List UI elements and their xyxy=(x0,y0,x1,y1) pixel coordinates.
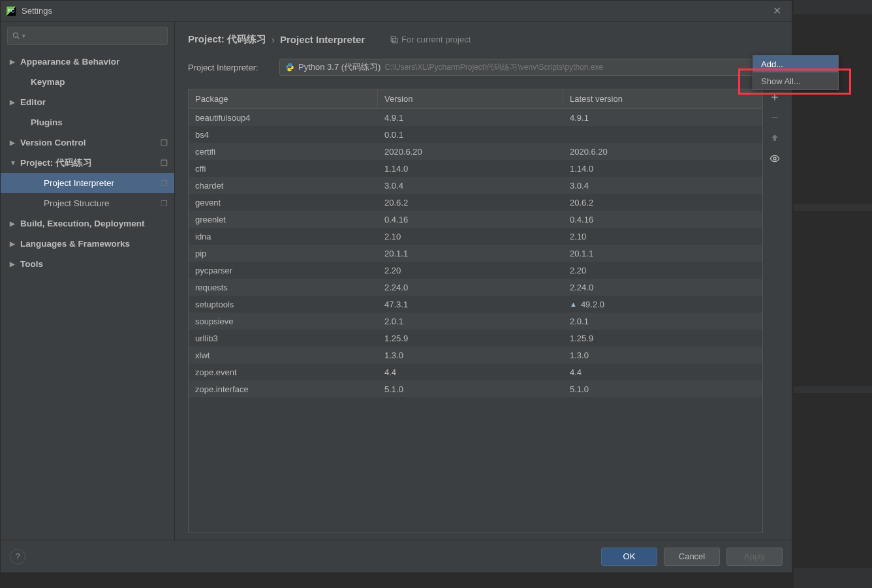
sidebar-item[interactable]: ▶Tools xyxy=(1,254,174,274)
cell-latest: 1.25.9 xyxy=(563,333,762,343)
cell-version: 1.14.0 xyxy=(378,164,563,174)
table-row[interactable]: urllib31.25.91.25.9 xyxy=(189,330,762,347)
search-input[interactable]: ▾ xyxy=(7,27,168,45)
cell-package: zope.interface xyxy=(189,384,378,394)
interpreter-label: Project Interpreter: xyxy=(188,63,273,72)
upgrade-package-button[interactable] xyxy=(770,133,779,144)
cell-package: idna xyxy=(189,232,378,241)
show-early-releases-button[interactable] xyxy=(770,153,780,166)
cancel-button[interactable]: Cancel xyxy=(664,548,720,566)
table-row[interactable]: zope.interface5.1.05.1.0 xyxy=(189,380,762,397)
cell-package: beautifulsoup4 xyxy=(189,113,378,123)
table-row[interactable]: pycparser2.202.20 xyxy=(189,262,762,279)
table-row[interactable]: setuptools47.3.1▲49.2.0 xyxy=(189,296,762,313)
cell-package: soupsieve xyxy=(189,317,378,326)
header-package[interactable]: Package xyxy=(189,89,378,108)
table-row[interactable]: beautifulsoup44.9.14.9.1 xyxy=(189,109,762,126)
table-row[interactable]: certifi2020.6.202020.6.20 xyxy=(189,143,762,160)
cell-package: requests xyxy=(189,283,378,292)
settings-tree: ▶Appearance & BehaviorKeymap▶EditorPlugi… xyxy=(1,52,174,540)
sidebar-item[interactable]: ▼Project: 代码练习❐ xyxy=(1,153,174,173)
table-header: Package Version Latest version xyxy=(189,89,762,109)
interpreter-path: C:\Users\XL\PycharmProject\代码练习\venv\Scr… xyxy=(384,62,603,73)
python-icon xyxy=(285,63,294,72)
cell-latest: 2.24.0 xyxy=(563,283,762,292)
cell-package: chardet xyxy=(189,181,378,191)
close-icon[interactable]: ✕ xyxy=(767,5,786,17)
sidebar-item[interactable]: ▶Build, Execution, Deployment xyxy=(1,213,174,234)
chevron-right-icon: › xyxy=(272,34,275,45)
cell-version: 4.4 xyxy=(378,367,563,377)
sidebar-item-label: Appearance & Behavior xyxy=(20,57,119,67)
sidebar-item-label: Project: 代码练习 xyxy=(20,157,92,169)
sidebar-item-label: Keymap xyxy=(31,77,65,87)
apply-button[interactable]: Apply xyxy=(726,548,783,566)
cell-package: pycparser xyxy=(189,266,378,275)
sidebar-item[interactable]: Plugins xyxy=(1,112,174,132)
sidebar: ▾ ▶Appearance & BehaviorKeymap▶EditorPlu… xyxy=(1,22,175,540)
add-package-button[interactable] xyxy=(770,93,779,104)
table-row[interactable]: pip20.1.120.1.1 xyxy=(189,245,762,262)
sidebar-item[interactable]: ▶Appearance & Behavior xyxy=(1,52,174,72)
packages-table: Package Version Latest version beautiful… xyxy=(188,89,763,533)
copy-icon: ❐ xyxy=(161,138,168,147)
popup-show-all[interactable]: Show All... xyxy=(753,72,838,89)
header-version[interactable]: Version xyxy=(378,89,563,108)
svg-line-1 xyxy=(18,37,20,39)
sidebar-item-label: Project Interpreter xyxy=(44,178,114,188)
main-panel: Project: 代码练习 › Project Interpreter For … xyxy=(175,22,792,540)
svg-point-5 xyxy=(291,70,292,70)
svg-point-4 xyxy=(288,64,288,65)
remove-package-button[interactable] xyxy=(770,113,779,124)
cell-package: zope.event xyxy=(189,367,378,377)
svg-rect-2 xyxy=(393,38,397,42)
table-row[interactable]: bs40.0.1 xyxy=(189,126,762,143)
cell-latest: 2.0.1 xyxy=(563,317,762,326)
table-row[interactable]: xlwt1.3.01.3.0 xyxy=(189,347,762,364)
tree-arrow-icon: ▶ xyxy=(10,260,18,268)
sidebar-item-label: Version Control xyxy=(20,138,86,147)
table-row[interactable]: idna2.102.10 xyxy=(189,228,762,245)
header-latest[interactable]: Latest version xyxy=(563,89,762,108)
table-row[interactable]: greenlet0.4.160.4.16 xyxy=(189,211,762,228)
package-toolbar xyxy=(766,89,784,533)
interpreter-row: Project Interpreter: Python 3.7 (代码练习) C… xyxy=(188,59,784,76)
upgrade-arrow-icon: ▲ xyxy=(570,300,577,308)
ok-button[interactable]: OK xyxy=(601,548,657,566)
cell-latest: 0.4.16 xyxy=(563,215,762,224)
cell-version: 2.10 xyxy=(378,232,563,241)
sidebar-item-label: Plugins xyxy=(31,117,63,127)
cell-latest: 1.14.0 xyxy=(563,164,762,174)
cell-version: 1.3.0 xyxy=(378,350,563,360)
interpreter-combobox[interactable]: Python 3.7 (代码练习) C:\Users\XL\PycharmPro… xyxy=(279,59,766,76)
cell-latest: 20.6.2 xyxy=(563,198,762,208)
interpreter-name: Python 3.7 (代码练习) xyxy=(298,61,381,73)
cell-latest: 4.9.1 xyxy=(563,113,762,123)
table-body: beautifulsoup44.9.14.9.1bs40.0.1certifi2… xyxy=(189,109,762,533)
sidebar-item[interactable]: Keymap xyxy=(1,72,174,92)
cell-version: 4.9.1 xyxy=(378,113,563,123)
sidebar-item[interactable]: ▶Editor xyxy=(1,92,174,112)
table-row[interactable]: requests2.24.02.24.0 xyxy=(189,279,762,296)
cell-version: 20.1.1 xyxy=(378,249,563,258)
help-button[interactable]: ? xyxy=(10,549,25,565)
cell-latest: 3.0.4 xyxy=(563,181,762,191)
sidebar-item[interactable]: Project Structure❐ xyxy=(1,193,174,213)
cell-package: certifi xyxy=(189,147,378,157)
cell-version: 5.1.0 xyxy=(378,384,563,394)
dialog-footer: ? OK Cancel Apply xyxy=(1,540,792,572)
tree-arrow-icon: ▶ xyxy=(10,58,18,65)
table-row[interactable]: soupsieve2.0.12.0.1 xyxy=(189,313,762,330)
sidebar-item[interactable]: ▶Version Control❐ xyxy=(1,132,174,153)
cell-version: 2.0.1 xyxy=(378,317,563,326)
tree-arrow-icon: ▶ xyxy=(10,99,18,106)
tree-arrow-icon: ▼ xyxy=(10,159,18,166)
table-row[interactable]: zope.event4.44.4 xyxy=(189,364,762,380)
table-row[interactable]: cffi1.14.01.14.0 xyxy=(189,160,762,177)
sidebar-item[interactable]: ▶Languages & Frameworks xyxy=(1,234,174,254)
sidebar-item[interactable]: Project Interpreter❐ xyxy=(1,173,174,193)
table-row[interactable]: chardet3.0.43.0.4 xyxy=(189,177,762,194)
popup-add[interactable]: Add... xyxy=(753,55,838,72)
cell-version: 2.24.0 xyxy=(378,283,563,292)
table-row[interactable]: gevent20.6.220.6.2 xyxy=(189,194,762,211)
